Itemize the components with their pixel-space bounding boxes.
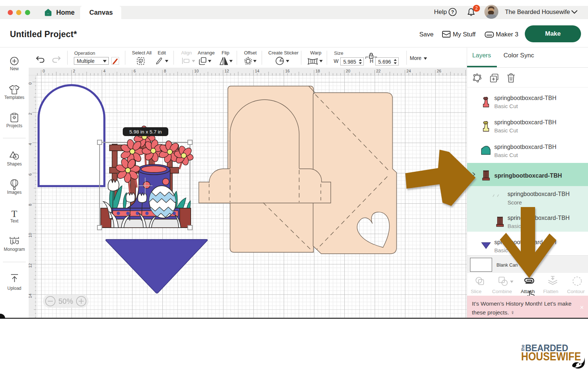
- svg-text:HOUSEWIFE: HOUSEWIFE: [521, 350, 581, 363]
- svg-text:10: 10: [29, 233, 32, 237]
- svg-text:0: 0: [29, 82, 32, 85]
- svg-text:6: 6: [29, 173, 32, 175]
- svg-text:26: 26: [437, 69, 441, 73]
- svg-text:14: 14: [29, 293, 32, 298]
- svg-text:4: 4: [103, 69, 105, 73]
- svg-text:12: 12: [225, 69, 229, 73]
- svg-text:14: 14: [255, 69, 259, 73]
- svg-text:8: 8: [164, 69, 166, 73]
- svg-text:16: 16: [285, 69, 290, 73]
- svg-text:20: 20: [346, 69, 350, 73]
- svg-text:12: 12: [29, 263, 32, 268]
- svg-text:2: 2: [29, 113, 32, 115]
- svg-text:50%: 50%: [58, 297, 73, 305]
- svg-text:5.98 in x 5.7 in: 5.98 in x 5.7 in: [129, 129, 162, 135]
- svg-text:?: ?: [451, 9, 454, 15]
- svg-text:22: 22: [376, 69, 381, 73]
- svg-text:4: 4: [29, 143, 32, 145]
- svg-text:0: 0: [43, 69, 45, 73]
- svg-text:10: 10: [194, 69, 199, 73]
- svg-text:18: 18: [316, 69, 320, 73]
- svg-text:8: 8: [29, 204, 32, 206]
- svg-text:24: 24: [406, 69, 411, 73]
- svg-text:2: 2: [73, 69, 75, 73]
- svg-text:6: 6: [134, 69, 136, 73]
